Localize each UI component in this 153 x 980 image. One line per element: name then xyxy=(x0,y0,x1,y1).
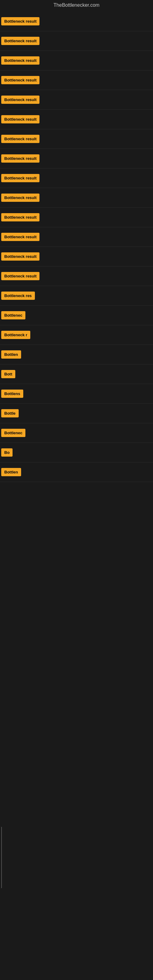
bottleneck-badge-10[interactable]: Bottleneck result xyxy=(1,194,40,202)
bottleneck-badge-11[interactable]: Bottleneck result xyxy=(1,213,40,221)
bottleneck-badge-14[interactable]: Bottleneck result xyxy=(1,272,40,280)
bottleneck-row-1: Bottleneck result xyxy=(0,12,153,31)
bottleneck-badge-22[interactable]: Bottlenec xyxy=(1,429,26,437)
bottleneck-row-12: Bottleneck result xyxy=(0,227,153,247)
bottleneck-row-11: Bottleneck result xyxy=(0,208,153,227)
bottleneck-row-16: Bottlenec xyxy=(0,305,153,325)
bottleneck-row-4: Bottleneck result xyxy=(0,70,153,90)
bottleneck-row-7: Bottleneck result xyxy=(0,129,153,149)
bottleneck-row-10: Bottleneck result xyxy=(0,188,153,208)
bottleneck-row-14: Bottleneck result xyxy=(0,266,153,286)
bottleneck-row-24: Bottlen xyxy=(0,463,153,482)
bottleneck-badge-21[interactable]: Bottle xyxy=(1,409,19,417)
bottleneck-badge-12[interactable]: Bottleneck result xyxy=(1,233,40,241)
bottleneck-row-13: Bottleneck result xyxy=(0,247,153,266)
bottleneck-row-22: Bottlenec xyxy=(0,423,153,443)
bottleneck-badge-19[interactable]: Bott xyxy=(1,370,15,378)
bottleneck-row-3: Bottleneck result xyxy=(0,51,153,70)
bottleneck-badge-16[interactable]: Bottlenec xyxy=(1,311,26,320)
bottleneck-badge-2[interactable]: Bottleneck result xyxy=(1,37,40,45)
vertical-line xyxy=(1,827,2,888)
bottleneck-badge-9[interactable]: Bottleneck result xyxy=(1,174,40,182)
bottleneck-badge-23[interactable]: Bo xyxy=(1,449,13,457)
bottleneck-list: Bottleneck resultBottleneck resultBottle… xyxy=(0,12,153,482)
bottleneck-row-19: Bott xyxy=(0,364,153,384)
bottleneck-badge-6[interactable]: Bottleneck result xyxy=(1,115,40,123)
bottleneck-badge-4[interactable]: Bottleneck result xyxy=(1,76,40,84)
bottleneck-badge-1[interactable]: Bottleneck result xyxy=(1,17,40,25)
bottleneck-row-23: Bo xyxy=(0,443,153,463)
bottleneck-badge-5[interactable]: Bottleneck result xyxy=(1,95,40,104)
bottleneck-row-6: Bottleneck result xyxy=(0,110,153,129)
bottleneck-badge-8[interactable]: Bottleneck result xyxy=(1,154,40,162)
bottleneck-badge-7[interactable]: Bottleneck result xyxy=(1,135,40,143)
bottleneck-badge-13[interactable]: Bottleneck result xyxy=(1,252,40,261)
bottleneck-row-20: Bottlens xyxy=(0,384,153,404)
site-title: TheBottlenecker.com xyxy=(0,0,153,12)
bottleneck-row-5: Bottleneck result xyxy=(0,90,153,110)
bottleneck-row-8: Bottleneck result xyxy=(0,149,153,169)
bottleneck-badge-17[interactable]: Bottleneck r xyxy=(1,331,30,339)
bottleneck-row-2: Bottleneck result xyxy=(0,31,153,51)
bottleneck-row-18: Bottlen xyxy=(0,345,153,364)
bottleneck-badge-3[interactable]: Bottleneck result xyxy=(1,56,40,65)
bottleneck-row-15: Bottleneck res xyxy=(0,286,153,305)
site-header: TheBottlenecker.com xyxy=(0,0,153,12)
bottleneck-badge-24[interactable]: Bottlen xyxy=(1,468,21,476)
bottleneck-badge-18[interactable]: Bottlen xyxy=(1,350,21,359)
bottleneck-badge-20[interactable]: Bottlens xyxy=(1,390,23,398)
bottleneck-badge-15[interactable]: Bottleneck res xyxy=(1,291,35,300)
bottleneck-row-17: Bottleneck r xyxy=(0,325,153,345)
bottleneck-row-9: Bottleneck result xyxy=(0,169,153,188)
bottleneck-row-21: Bottle xyxy=(0,404,153,423)
